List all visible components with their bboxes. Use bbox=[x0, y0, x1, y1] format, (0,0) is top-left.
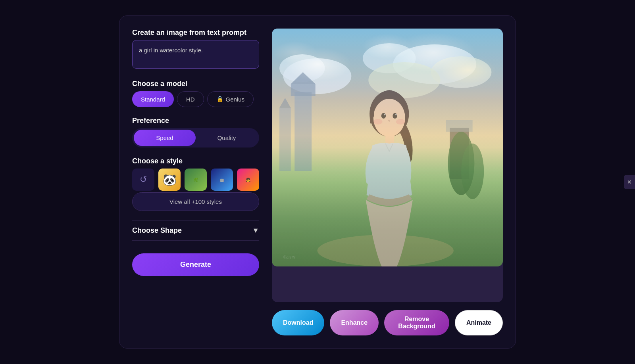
main-container: Create an image from text prompt a girl … bbox=[119, 15, 516, 349]
svg-point-6 bbox=[368, 62, 440, 98]
panda-icon: 🐼 bbox=[163, 173, 177, 186]
style-thumbnails: ↺ 🐼 🌿 🤖 👧 bbox=[132, 169, 259, 191]
robot-icon: 🤖 bbox=[219, 178, 224, 182]
svg-rect-7 bbox=[294, 92, 312, 171]
model-btn-hd[interactable]: HD bbox=[177, 91, 204, 107]
generated-image: ©alelli bbox=[272, 29, 503, 266]
landscape-icon: 🌿 bbox=[193, 178, 198, 182]
model-title: Choose a model bbox=[132, 80, 259, 88]
style-thumb-robot[interactable]: 🤖 bbox=[211, 169, 233, 191]
close-icon: ✕ bbox=[627, 179, 632, 185]
svg-point-22 bbox=[384, 114, 385, 115]
style-section: Choose a style ↺ 🐼 🌿 🤖 👧 View all +1 bbox=[132, 157, 259, 211]
svg-point-23 bbox=[395, 114, 397, 115]
style-reset-btn[interactable]: ↺ bbox=[132, 169, 154, 191]
download-button[interactable]: Download bbox=[272, 310, 324, 335]
style-title: Choose a style bbox=[132, 157, 259, 165]
preference-title: Preference bbox=[132, 117, 259, 125]
style-thumb-panda[interactable]: 🐼 bbox=[158, 169, 181, 191]
reset-icon: ↺ bbox=[140, 174, 147, 185]
prompt-section: Create an image from text prompt a girl … bbox=[132, 29, 259, 70]
svg-rect-8 bbox=[291, 84, 316, 96]
model-options: Standard HD 🔒 Genius bbox=[132, 91, 259, 107]
preference-section: Preference Speed Quality bbox=[132, 117, 259, 148]
svg-point-4 bbox=[431, 56, 492, 88]
right-panel: ©alelli Download Enhance Remove Backgrou… bbox=[272, 29, 503, 335]
style-thumb-anime[interactable]: 👧 bbox=[237, 169, 259, 191]
svg-point-25 bbox=[396, 119, 405, 125]
image-container: ©alelli bbox=[272, 29, 503, 302]
prompt-title: Create an image from text prompt bbox=[132, 29, 259, 37]
pref-btn-quality[interactable]: Quality bbox=[196, 130, 258, 146]
prompt-input[interactable]: a girl in watercolor style. bbox=[132, 40, 259, 69]
chevron-down-icon: ▼ bbox=[252, 226, 259, 235]
svg-rect-13 bbox=[446, 120, 473, 132]
preference-toggle: Speed Quality bbox=[132, 128, 259, 148]
action-buttons: Download Enhance Remove Background Anima… bbox=[272, 310, 503, 335]
model-section: Choose a model Standard HD 🔒 Genius bbox=[132, 80, 259, 107]
svg-point-15 bbox=[461, 144, 484, 199]
edge-close-button[interactable]: ✕ bbox=[624, 175, 635, 189]
svg-text:©alelli: ©alelli bbox=[283, 255, 295, 259]
model-btn-standard[interactable]: Standard bbox=[132, 91, 174, 107]
svg-point-21 bbox=[393, 113, 397, 119]
left-panel: Create an image from text prompt a girl … bbox=[132, 29, 259, 335]
svg-rect-10 bbox=[279, 108, 291, 171]
svg-point-24 bbox=[373, 119, 383, 125]
generate-button[interactable]: Generate bbox=[132, 253, 259, 276]
enhance-button[interactable]: Enhance bbox=[330, 310, 379, 335]
pref-btn-speed[interactable]: Speed bbox=[134, 130, 196, 146]
choose-shape-label: Choose Shape bbox=[132, 226, 182, 235]
remove-background-button[interactable]: Remove Background bbox=[384, 310, 449, 335]
anime-icon: 👧 bbox=[246, 178, 250, 182]
svg-point-20 bbox=[381, 113, 386, 119]
lock-icon: 🔒 bbox=[216, 96, 224, 103]
view-all-styles-btn[interactable]: View all +100 styles bbox=[132, 192, 259, 211]
style-thumb-landscape[interactable]: 🌿 bbox=[185, 169, 207, 191]
model-btn-genius[interactable]: 🔒 Genius bbox=[207, 91, 254, 107]
animate-button[interactable]: Animate bbox=[455, 310, 503, 335]
svg-point-19 bbox=[373, 99, 405, 137]
choose-shape-row[interactable]: Choose Shape ▼ bbox=[132, 220, 259, 241]
